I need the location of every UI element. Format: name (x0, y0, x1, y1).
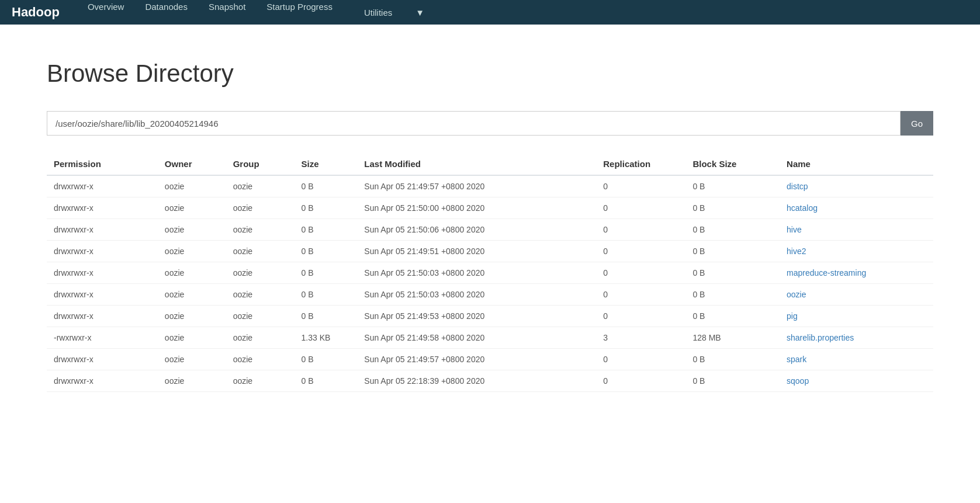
cell-replication: 0 (596, 241, 685, 262)
cell-group: oozie (226, 370, 295, 392)
nav-link-snapshot[interactable]: Snapshot (198, 0, 256, 18)
nav-item-datanodes[interactable]: Datanodes (134, 0, 198, 29)
cell-name[interactable]: oozie (780, 284, 933, 306)
cell-last-modified: Sun Apr 05 21:49:57 +0800 2020 (357, 175, 596, 197)
table-row: -rwxrwxr-xoozieoozie1.33 KBSun Apr 05 21… (47, 327, 933, 349)
directory-link[interactable]: hive2 (787, 247, 806, 256)
cell-group: oozie (226, 175, 295, 197)
cell-permission: drwxrwxr-x (47, 370, 158, 392)
nav-link-datanodes[interactable]: Datanodes (134, 0, 198, 18)
cell-block-size: 0 B (685, 284, 780, 306)
directory-link[interactable]: spark (787, 355, 806, 364)
cell-last-modified: Sun Apr 05 21:50:03 +0800 2020 (357, 284, 596, 306)
cell-replication: 0 (596, 284, 685, 306)
col-header-owner: Owner (158, 153, 226, 175)
nav-item-overview[interactable]: Overview (77, 0, 135, 29)
table-body: drwxrwxr-xoozieoozie0 BSun Apr 05 21:49:… (47, 175, 933, 392)
cell-owner: oozie (158, 262, 226, 284)
cell-block-size: 0 B (685, 175, 780, 197)
col-header-block-size: Block Size (685, 153, 780, 175)
nav-item-utilities[interactable]: Utilities ▼ (343, 0, 445, 29)
navbar-brand[interactable]: Hadoop (12, 5, 60, 20)
cell-group: oozie (226, 241, 295, 262)
cell-last-modified: Sun Apr 05 22:18:39 +0800 2020 (357, 370, 596, 392)
directory-link[interactable]: hcatalog (787, 203, 818, 213)
col-header-permission: Permission (47, 153, 158, 175)
cell-group: oozie (226, 349, 295, 370)
col-header-size: Size (295, 153, 358, 175)
cell-replication: 0 (596, 349, 685, 370)
cell-name[interactable]: hive (780, 219, 933, 241)
directory-link[interactable]: hive (787, 225, 802, 234)
cell-owner: oozie (158, 370, 226, 392)
cell-permission: drwxrwxr-x (47, 262, 158, 284)
cell-last-modified: Sun Apr 05 21:49:53 +0800 2020 (357, 306, 596, 327)
cell-permission: drwxrwxr-x (47, 241, 158, 262)
nav-link-startup-progress[interactable]: Startup Progress (256, 0, 343, 18)
go-button[interactable]: Go (901, 111, 933, 136)
cell-name[interactable]: sharelib.properties (780, 327, 933, 349)
nav-item-startup-progress[interactable]: Startup Progress (256, 0, 343, 29)
cell-replication: 0 (596, 219, 685, 241)
chevron-down-icon: ▼ (405, 2, 435, 23)
cell-owner: oozie (158, 219, 226, 241)
cell-name[interactable]: sqoop (780, 370, 933, 392)
cell-owner: oozie (158, 349, 226, 370)
search-input[interactable] (47, 111, 901, 136)
table-row: drwxrwxr-xoozieoozie0 BSun Apr 05 21:49:… (47, 241, 933, 262)
cell-group: oozie (226, 262, 295, 284)
cell-name[interactable]: hive2 (780, 241, 933, 262)
table-row: drwxrwxr-xoozieoozie0 BSun Apr 05 21:50:… (47, 219, 933, 241)
directory-link[interactable]: oozie (787, 290, 806, 299)
cell-name[interactable]: mapreduce-streaming (780, 262, 933, 284)
table-header: Permission Owner Group Size Last Modifie… (47, 153, 933, 175)
nav-item-snapshot[interactable]: Snapshot (198, 0, 256, 29)
cell-replication: 0 (596, 175, 685, 197)
cell-name[interactable]: pig (780, 306, 933, 327)
cell-block-size: 0 B (685, 262, 780, 284)
cell-size: 0 B (295, 197, 358, 219)
table-row: drwxrwxr-xoozieoozie0 BSun Apr 05 21:49:… (47, 306, 933, 327)
cell-size: 1.33 KB (295, 327, 358, 349)
cell-permission: -rwxrwxr-x (47, 327, 158, 349)
cell-size: 0 B (295, 241, 358, 262)
cell-owner: oozie (158, 284, 226, 306)
navbar: Hadoop Overview Datanodes Snapshot Start… (0, 0, 980, 25)
cell-group: oozie (226, 197, 295, 219)
cell-group: oozie (226, 284, 295, 306)
table-row: drwxrwxr-xoozieoozie0 BSun Apr 05 21:50:… (47, 284, 933, 306)
cell-size: 0 B (295, 306, 358, 327)
col-header-group: Group (226, 153, 295, 175)
directory-link[interactable]: pig (787, 311, 798, 321)
cell-replication: 0 (596, 370, 685, 392)
cell-last-modified: Sun Apr 05 21:49:51 +0800 2020 (357, 241, 596, 262)
cell-group: oozie (226, 306, 295, 327)
directory-table: Permission Owner Group Size Last Modifie… (47, 153, 933, 392)
nav-link-utilities[interactable]: Utilities ▼ (343, 0, 445, 29)
table-header-row: Permission Owner Group Size Last Modifie… (47, 153, 933, 175)
cell-name[interactable]: distcp (780, 175, 933, 197)
directory-link[interactable]: sharelib.properties (787, 333, 854, 342)
cell-replication: 0 (596, 262, 685, 284)
cell-replication: 3 (596, 327, 685, 349)
cell-block-size: 0 B (685, 306, 780, 327)
cell-permission: drwxrwxr-x (47, 197, 158, 219)
cell-block-size: 0 B (685, 219, 780, 241)
cell-last-modified: Sun Apr 05 21:50:00 +0800 2020 (357, 197, 596, 219)
cell-size: 0 B (295, 175, 358, 197)
table-row: drwxrwxr-xoozieoozie0 BSun Apr 05 21:49:… (47, 349, 933, 370)
nav-link-overview[interactable]: Overview (77, 0, 135, 18)
directory-link[interactable]: distcp (787, 182, 808, 191)
cell-owner: oozie (158, 175, 226, 197)
cell-permission: drwxrwxr-x (47, 349, 158, 370)
cell-owner: oozie (158, 241, 226, 262)
col-header-last-modified: Last Modified (357, 153, 596, 175)
directory-link[interactable]: sqoop (787, 376, 809, 386)
cell-name[interactable]: hcatalog (780, 197, 933, 219)
cell-size: 0 B (295, 284, 358, 306)
search-bar: Go (47, 111, 933, 136)
table-row: drwxrwxr-xoozieoozie0 BSun Apr 05 21:50:… (47, 262, 933, 284)
cell-permission: drwxrwxr-x (47, 175, 158, 197)
cell-name[interactable]: spark (780, 349, 933, 370)
directory-link[interactable]: mapreduce-streaming (787, 268, 866, 277)
